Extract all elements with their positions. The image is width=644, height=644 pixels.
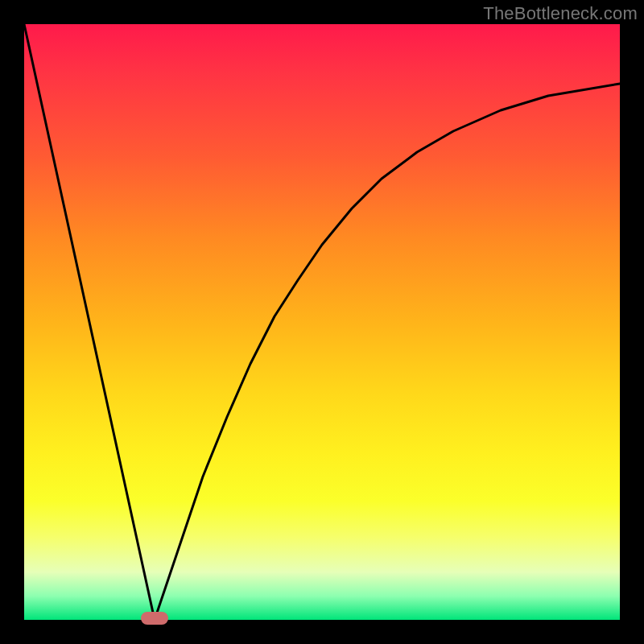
plot-area <box>24 24 620 620</box>
right-branch-line <box>155 84 620 620</box>
chart-frame: TheBottleneck.com <box>0 0 644 644</box>
minimum-marker <box>141 612 168 625</box>
left-branch-line <box>24 24 155 620</box>
curve-svg <box>24 24 620 620</box>
watermark-text: TheBottleneck.com <box>483 3 638 24</box>
